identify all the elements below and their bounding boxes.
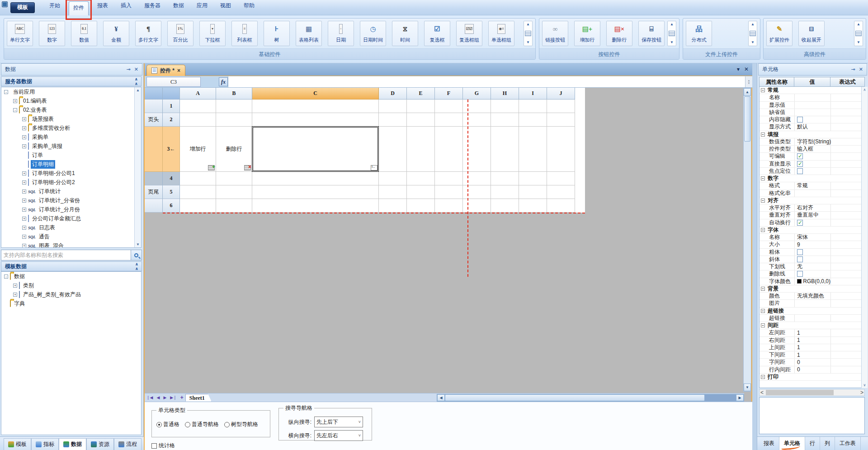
grid-corner-cell[interactable]	[163, 88, 180, 99]
cell-F6[interactable]	[435, 199, 463, 213]
column-header-A[interactable]: A	[180, 88, 216, 99]
collapse-chevrons-icon[interactable]: ∧∧	[135, 262, 138, 271]
menu-item-开始[interactable]: 开始	[45, 0, 64, 15]
property-row-格式[interactable]: 格式常规	[760, 182, 864, 189]
cell-I6[interactable]	[519, 199, 547, 213]
expand-icon[interactable]: +	[22, 180, 26, 185]
menu-item-数据[interactable]: 数据	[169, 0, 188, 15]
property-group-字体[interactable]: −字体	[760, 227, 864, 234]
checkbox-unchecked-icon[interactable]	[797, 249, 803, 255]
cell-J6[interactable]	[547, 199, 575, 213]
column-header-C[interactable]: C	[252, 88, 379, 99]
list-icon[interactable]	[750, 31, 756, 36]
property-value[interactable]	[795, 153, 831, 160]
server-tree-item-02.业务表[interactable]: -02.业务表	[1, 105, 141, 114]
scroll-down-icon[interactable]: ▼	[136, 242, 140, 246]
stat-cell-checkbox[interactable]	[151, 443, 157, 449]
ribbon-button-日期时间[interactable]: ◷日期时间	[360, 21, 386, 46]
column-header-E[interactable]: E	[407, 88, 435, 99]
property-vscrollbar[interactable]: ∧ ∨	[861, 87, 868, 388]
server-tree-item-订单统计[interactable]: +SQL订单统计	[1, 187, 141, 196]
formula-spinner[interactable]: ▲▼	[745, 76, 752, 87]
pin-icon[interactable]: ⊸	[127, 66, 131, 72]
property-value[interactable]: 宋体	[795, 234, 831, 241]
scroll-down-icon[interactable]: ▼	[526, 41, 530, 44]
ribbon-button-删除行[interactable]: ▤×删除行	[606, 21, 632, 46]
ribbon-button-单行文字[interactable]: ABC单行文字	[7, 21, 33, 46]
cell-I2[interactable]	[519, 113, 547, 127]
ribbon-button-复选框组[interactable]: ☑☑复选框组	[456, 21, 482, 46]
scroll-left-icon[interactable]: <	[760, 389, 764, 396]
cell-A3[interactable]: 增加行	[180, 127, 216, 172]
property-value[interactable]	[795, 94, 831, 101]
tab-close-icon[interactable]: ✕	[744, 66, 749, 72]
property-value[interactable]: 1	[795, 329, 831, 336]
property-row-行内间距[interactable]: 行内间距0	[760, 366, 864, 374]
canvas-vscrollbar[interactable]: ▲ ▼	[743, 88, 751, 392]
property-value[interactable]: 0	[795, 366, 831, 373]
expand-icon[interactable]: +	[22, 217, 26, 221]
cell-I1[interactable]	[519, 99, 547, 113]
property-value[interactable]	[795, 102, 831, 109]
property-row-左间距[interactable]: 左间距1	[760, 329, 864, 336]
expand-icon[interactable]: +	[22, 126, 26, 130]
property-group-常规[interactable]: −常规	[760, 87, 864, 94]
cell-H5[interactable]	[491, 185, 519, 199]
cell-A1[interactable]	[180, 99, 216, 113]
property-value[interactable]: 无	[795, 263, 831, 270]
group-scroll-strip[interactable]: ▲▼	[854, 21, 863, 46]
collapse-icon[interactable]: −	[761, 88, 765, 92]
sheet-tab[interactable]: Sheet1	[185, 394, 212, 402]
property-value[interactable]: 输入框	[795, 146, 831, 152]
property-value[interactable]: 无填充颜色	[795, 293, 831, 299]
property-row-下间距[interactable]: 下间距1	[760, 351, 864, 359]
row-header-5[interactable]: 5	[163, 185, 180, 199]
cell-A5[interactable]	[180, 185, 216, 199]
property-value[interactable]	[795, 249, 831, 256]
cell-F3[interactable]	[435, 127, 463, 172]
dropdown-横向搜寻:[interactable]: 先左后右˅	[314, 430, 363, 441]
collapse-icon[interactable]: −	[761, 323, 765, 327]
server-tree-item-订单统计_分月份[interactable]: +SQL订单统计_分月份	[1, 205, 141, 214]
cell-A2[interactable]	[180, 113, 216, 127]
expand-icon[interactable]: +	[22, 199, 26, 203]
collapse-icon[interactable]: -	[4, 275, 8, 279]
property-value[interactable]	[795, 315, 831, 322]
collapse-icon[interactable]: −	[761, 199, 765, 203]
server-tree-item-订单明细-分公司1[interactable]: +订单明细-分公司1	[1, 169, 141, 178]
hscroll-thumb[interactable]	[766, 390, 834, 395]
ribbon-button-日期[interactable]: ▫日期	[328, 21, 354, 46]
collapse-icon[interactable]: −	[761, 287, 765, 291]
ribbon-button-扩展控件[interactable]: ✎扩展控件	[766, 21, 793, 46]
server-tree-item-图表_混合[interactable]: +SQL图表_混合	[1, 241, 141, 248]
checkbox-checked-icon[interactable]	[797, 220, 803, 226]
ribbon-button-链接按钮[interactable]: ∞链接按钮	[542, 21, 568, 46]
property-group-填报[interactable]: −填报	[760, 131, 864, 138]
cell-D5[interactable]	[379, 185, 407, 199]
column-value[interactable]: 值	[794, 77, 830, 87]
search-button[interactable]	[131, 250, 142, 261]
scroll-up-icon[interactable]: ∧	[863, 88, 866, 92]
property-value[interactable]: 右对齐	[795, 204, 831, 211]
property-value[interactable]: 0	[795, 359, 831, 365]
checkbox-checked-icon[interactable]	[797, 153, 803, 159]
ribbon-button-收起展开[interactable]: ⊟收起展开	[798, 21, 825, 46]
sheet-first-icon[interactable]: ❘◀	[145, 395, 155, 400]
property-value[interactable]: 字符型(String)	[795, 138, 831, 145]
column-header-G[interactable]: G	[463, 88, 491, 99]
property-group-间距[interactable]: −间距	[760, 322, 864, 329]
cell-E4[interactable]	[407, 172, 435, 185]
property-row-颜色[interactable]: 颜色无填充颜色	[760, 293, 864, 300]
property-row-字体颜色[interactable]: 字体颜色RGB(0,0,0)	[760, 278, 864, 285]
scroll-up-icon[interactable]: ▲	[526, 23, 530, 26]
cell-F5[interactable]	[435, 185, 463, 199]
ribbon-button-分布式[interactable]: 品分布式	[686, 21, 712, 46]
property-row-直接显示[interactable]: 直接显示	[760, 161, 864, 168]
cell-B4[interactable]	[216, 172, 252, 185]
cell-E2[interactable]	[407, 113, 435, 127]
cell-reference-box[interactable]: C3	[146, 77, 201, 87]
cell-H1[interactable]	[491, 99, 519, 113]
menu-template-button[interactable]: 模板	[10, 2, 35, 13]
menu-item-报表[interactable]: 报表	[93, 0, 112, 15]
cell-C2[interactable]	[252, 113, 379, 127]
